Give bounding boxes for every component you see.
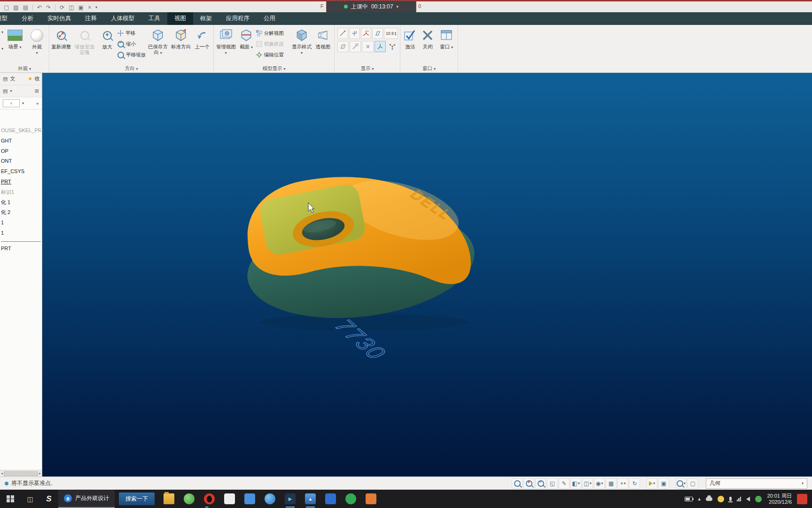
- clock[interactable]: 20:01 周日 2020/12/6: [767, 493, 792, 505]
- display-style-button[interactable]: 显示样式 ▾: [291, 26, 312, 56]
- tab-annotate[interactable]: 注释: [78, 12, 104, 25]
- network-icon[interactable]: [737, 497, 742, 501]
- manage-views-button[interactable]: 管理视图 ▾: [215, 26, 236, 56]
- battery-icon[interactable]: [685, 497, 693, 501]
- microphone-icon[interactable]: [729, 497, 732, 501]
- tree-item[interactable]: 1: [1, 218, 41, 228]
- repaint-button[interactable]: ✎: [559, 478, 570, 489]
- windows-icon[interactable]: ▣: [78, 5, 84, 10]
- refit-button[interactable]: ⤢ 重新调整: [51, 26, 71, 50]
- tolerance-display-toggle[interactable]: 10.9 ▴▾: [384, 28, 398, 39]
- zoom-in-button[interactable]: +: [523, 478, 534, 489]
- scroll-left-icon[interactable]: ◂: [1, 471, 3, 476]
- file-explorer-icon[interactable]: [164, 493, 174, 504]
- appearance-button[interactable]: 外观▾: [26, 26, 47, 56]
- group-label-window[interactable]: 窗口 ▾: [400, 65, 458, 72]
- section-dropdown[interactable]: ◫▾: [582, 478, 593, 489]
- model-display-icon[interactable]: ◫: [69, 5, 74, 10]
- tree-item[interactable]: 化 2: [1, 207, 41, 218]
- perspective-toggle-button[interactable]: ▣: [658, 478, 669, 489]
- zoom-box-button[interactable]: [512, 478, 523, 489]
- dropdown-icon[interactable]: ▾: [1, 30, 3, 34]
- close-window-button[interactable]: 关闭: [420, 26, 436, 50]
- cloud-sync-icon[interactable]: [706, 497, 712, 501]
- windows-button[interactable]: 窗口 ▾: [437, 26, 456, 50]
- axis-display-toggle[interactable]: [337, 28, 348, 39]
- volume-icon[interactable]: [746, 497, 750, 501]
- switch-state-button[interactable]: 切换状况: [256, 40, 290, 48]
- tree-item[interactable]: EF_CSYS: [1, 167, 41, 177]
- qq-icon[interactable]: [204, 493, 215, 504]
- perspective-button[interactable]: 透视图: [313, 26, 333, 50]
- zoom-to-selected-button[interactable]: 缩放至选定项: [72, 26, 97, 55]
- select-box-button[interactable]: ▢: [687, 478, 698, 489]
- close-icon[interactable]: ×: [88, 5, 91, 10]
- saved-orientations-button[interactable]: 已保存方向 ▾: [147, 26, 169, 56]
- datum-display-dropdown[interactable]: +▾: [617, 478, 628, 489]
- point-display-toggle[interactable]: [349, 28, 360, 39]
- scroll-right-icon[interactable]: ▸: [39, 471, 41, 476]
- browser-360-icon[interactable]: [184, 493, 195, 504]
- plane-tag-display-toggle[interactable]: [337, 41, 349, 52]
- save-icon[interactable]: ▤: [23, 5, 28, 10]
- search-button[interactable]: 搜索一下: [119, 492, 155, 505]
- red-tray-app-icon[interactable]: [797, 494, 807, 504]
- tab-model[interactable]: 模型: [0, 12, 15, 25]
- 3d-viewport[interactable]: DELL 7730: [42, 73, 812, 476]
- orange-app-icon[interactable]: [366, 493, 376, 504]
- selection-filter-combobox[interactable]: 几何 ▾: [706, 478, 807, 489]
- tray-expand-icon[interactable]: ▴: [698, 496, 701, 501]
- plane-display-toggle[interactable]: [372, 28, 383, 39]
- notes-app-icon[interactable]: [224, 493, 235, 504]
- tree-list-icon[interactable]: ▤: [3, 88, 8, 94]
- exploded-view-button[interactable]: 分解视图: [256, 29, 290, 38]
- edit-position-button[interactable]: 编辑位置: [256, 50, 290, 59]
- browser-blue-icon[interactable]: [265, 493, 275, 504]
- scene-button[interactable]: 场景 ▾: [4, 26, 25, 50]
- tree-item[interactable]: 标识1: [1, 187, 41, 198]
- refit-view-button[interactable]: ◱: [547, 478, 558, 489]
- tree-list-dropdown-icon[interactable]: ▾: [10, 89, 12, 93]
- tab-manikin[interactable]: 人体模型: [104, 12, 141, 25]
- start-button[interactable]: [0, 490, 21, 508]
- pan-zoom-button[interactable]: 平移缩放: [117, 50, 146, 59]
- tree-item[interactable]: ONT: [1, 156, 41, 167]
- screen-record-app-button[interactable]: S: [39, 490, 58, 508]
- standard-orientation-button[interactable]: 标准方向: [170, 26, 192, 50]
- tree-tab-label[interactable]: 文: [10, 75, 15, 82]
- group-label-appearance[interactable]: 外观 ▾: [0, 65, 49, 72]
- add-filter-icon[interactable]: +: [36, 101, 39, 106]
- point-tag-display-toggle[interactable]: [362, 41, 373, 52]
- axis-tag-display-toggle[interactable]: [350, 41, 361, 52]
- annotation-flag-dropdown[interactable]: ▾: [647, 478, 657, 489]
- spin-center-toggle[interactable]: [387, 41, 398, 52]
- tab-live-simulation[interactable]: 实时仿真: [40, 12, 78, 25]
- blue-app-icon[interactable]: [325, 493, 336, 504]
- tab-utilities[interactable]: 公用: [257, 12, 282, 25]
- quickbar-dropdown-icon[interactable]: ▾: [95, 6, 97, 9]
- tree-filter-box[interactable]: ×: [3, 99, 20, 107]
- pan-button[interactable]: 平移: [117, 29, 146, 38]
- undo-icon[interactable]: ↶: [37, 5, 42, 10]
- group-label-model-display[interactable]: 模型显示 ▾: [214, 65, 334, 72]
- green-app-icon[interactable]: [345, 493, 356, 504]
- tree-item[interactable]: PRT: [1, 244, 41, 254]
- file-tab-icon[interactable]: ▤: [3, 76, 8, 82]
- browser-task-button[interactable]: e 产品外观设计: [58, 490, 115, 508]
- input-method-icon[interactable]: [718, 496, 724, 502]
- csys-tag-display-toggle[interactable]: [375, 41, 386, 52]
- spin-center-button[interactable]: ↻: [629, 478, 640, 489]
- tree-item[interactable]: 化 1: [1, 198, 41, 208]
- class-timer-overlay[interactable]: 上课中 00:13:07 ▾: [326, 0, 416, 13]
- tree-item[interactable]: OUSE_SKEL_PRT: [1, 126, 41, 136]
- document-app-icon[interactable]: [244, 493, 255, 504]
- regenerate-icon[interactable]: ⟳: [60, 5, 64, 10]
- tree-item[interactable]: OP: [1, 146, 41, 157]
- tab-view[interactable]: 视图: [167, 12, 193, 25]
- display-style-dropdown[interactable]: ◧▾: [570, 478, 581, 489]
- group-label-show[interactable]: 显示 ▾: [335, 65, 400, 72]
- tab-applications[interactable]: 应用程序: [219, 12, 257, 25]
- photos-app-icon[interactable]: ▲: [305, 493, 316, 504]
- tab-tools[interactable]: 工具: [141, 12, 167, 25]
- collapse-panel-button[interactable]: 收: [35, 75, 40, 82]
